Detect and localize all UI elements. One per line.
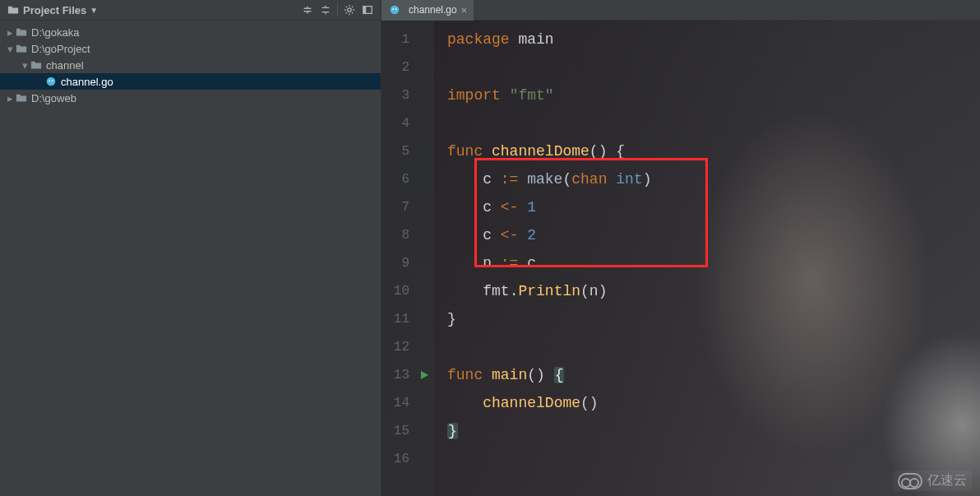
collapse-all-icon[interactable] xyxy=(301,3,314,16)
line-number: 6 xyxy=(381,165,414,193)
code-line[interactable]: package main xyxy=(447,25,980,53)
folder-icon xyxy=(7,3,20,16)
line-number: 11 xyxy=(381,305,414,333)
code-line[interactable]: c <- 1 xyxy=(447,193,980,221)
chevron-down-icon[interactable]: ▾ xyxy=(20,59,30,72)
code-area[interactable]: package mainimport "fmt"func channelDome… xyxy=(434,21,980,496)
tree-folder[interactable]: ▾channel xyxy=(0,57,381,73)
svg-point-5 xyxy=(52,80,53,81)
svg-rect-2 xyxy=(363,7,367,14)
gutter-cell xyxy=(414,333,434,361)
file-tab-channel-go[interactable]: channel.go × xyxy=(381,0,474,21)
gutter-cell xyxy=(414,249,434,277)
gutter-cell xyxy=(414,417,434,445)
gutter-cell xyxy=(414,25,434,53)
expand-all-icon[interactable] xyxy=(319,3,332,16)
tree-folder[interactable]: ▸D:\goweb xyxy=(0,90,381,106)
line-number: 10 xyxy=(381,277,414,305)
line-number: 16 xyxy=(381,445,414,473)
code-line[interactable]: import "fmt" xyxy=(447,81,980,109)
gear-icon[interactable] xyxy=(343,3,356,16)
project-panel-title[interactable]: Project Files ▼ xyxy=(7,3,98,16)
project-panel: Project Files ▼ ▸D:\gokaka▾D:\goProject▾… xyxy=(0,0,381,496)
chevron-right-icon[interactable]: ▸ xyxy=(5,26,15,39)
tree-item-label: D:\gokaka xyxy=(31,26,80,39)
watermark-text: 亿速云 xyxy=(927,472,967,489)
svg-point-6 xyxy=(391,6,400,15)
tree-item-label: channel.go xyxy=(61,76,113,88)
project-panel-header: Project Files ▼ xyxy=(0,0,381,21)
watermark: 亿速云 xyxy=(893,471,972,491)
code-line[interactable]: fmt.Println(n) xyxy=(447,277,980,305)
go-file-icon xyxy=(388,3,401,16)
close-icon[interactable]: × xyxy=(461,4,468,16)
tree-folder[interactable]: ▸D:\gokaka xyxy=(0,24,381,40)
gutter-cell xyxy=(414,137,434,165)
line-number: 2 xyxy=(381,53,414,81)
line-number: 1 xyxy=(381,25,414,53)
svg-point-7 xyxy=(392,8,394,10)
code-line[interactable] xyxy=(447,109,980,137)
project-tree[interactable]: ▸D:\gokaka▾D:\goProject▾channelchannel.g… xyxy=(0,21,381,109)
folder-icon xyxy=(30,58,43,72)
separator xyxy=(337,3,338,16)
folder-icon xyxy=(15,25,28,39)
tree-item-label: D:\goProject xyxy=(31,43,90,55)
code-line[interactable] xyxy=(447,53,980,81)
editor-tab-bar: channel.go × xyxy=(381,0,980,21)
code-line[interactable] xyxy=(447,445,980,473)
folder-icon xyxy=(15,42,28,55)
svg-point-4 xyxy=(49,80,50,81)
chevron-right-icon[interactable]: ▸ xyxy=(5,92,15,104)
line-number: 13 xyxy=(381,361,414,389)
line-number: 9 xyxy=(381,249,414,277)
gutter-cell xyxy=(414,445,434,473)
go-file-icon xyxy=(44,75,58,88)
code-line[interactable]: c <- 2 xyxy=(447,221,980,249)
line-number: 8 xyxy=(381,221,414,249)
line-number: 15 xyxy=(381,417,414,445)
gutter-cell xyxy=(414,193,434,221)
svg-point-8 xyxy=(395,8,397,10)
gutter-cell xyxy=(414,389,434,417)
code-line[interactable]: func channelDome() { xyxy=(447,137,980,165)
tree-file[interactable]: channel.go xyxy=(0,73,381,90)
code-line[interactable]: } xyxy=(447,305,980,333)
folder-icon xyxy=(15,91,28,104)
gutter-cell xyxy=(414,165,434,193)
run-gutter-icon[interactable] xyxy=(414,361,434,389)
line-number: 12 xyxy=(381,333,414,361)
file-tab-label: channel.go xyxy=(409,4,457,16)
editor-panel: channel.go × 12345678910111213141516 pac… xyxy=(381,0,980,496)
chevron-down-icon[interactable]: ▾ xyxy=(5,43,15,55)
gutter-cell xyxy=(414,305,434,333)
line-number: 4 xyxy=(381,109,414,137)
gutter-cell xyxy=(414,277,434,305)
svg-point-0 xyxy=(348,8,351,12)
gutter-cell xyxy=(414,53,434,81)
svg-point-3 xyxy=(47,77,56,86)
line-number: 5 xyxy=(381,137,414,165)
project-panel-title-text: Project Files xyxy=(23,4,86,16)
watermark-icon xyxy=(898,473,922,489)
line-number: 14 xyxy=(381,389,414,417)
code-line[interactable]: n := c xyxy=(447,249,980,277)
code-editor[interactable]: 12345678910111213141516 package mainimpo… xyxy=(381,21,980,496)
code-line[interactable]: } xyxy=(447,417,980,445)
gutter-cell xyxy=(414,81,434,109)
line-number: 3 xyxy=(381,81,414,109)
code-line[interactable] xyxy=(447,333,980,361)
tree-item-label: D:\goweb xyxy=(31,92,76,104)
editor-gutter: 12345678910111213141516 xyxy=(381,21,434,496)
code-line[interactable]: func main() { xyxy=(447,361,980,389)
gutter-cell xyxy=(414,221,434,249)
code-line[interactable]: channelDome() xyxy=(447,389,980,417)
chevron-down-icon: ▼ xyxy=(90,6,98,15)
tree-folder[interactable]: ▾D:\goProject xyxy=(0,40,381,57)
hide-panel-icon[interactable] xyxy=(361,3,374,16)
line-number: 7 xyxy=(381,193,414,221)
tree-item-label: channel xyxy=(46,59,84,72)
gutter-cell xyxy=(414,109,434,137)
code-line[interactable]: c := make(chan int) xyxy=(447,165,980,193)
